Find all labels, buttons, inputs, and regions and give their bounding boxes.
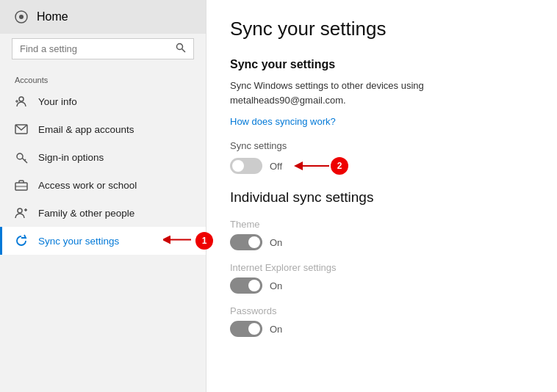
- sidebar-item-family[interactable]: Family & other people: [0, 199, 206, 227]
- passwords-toggle-status: On: [270, 324, 282, 335]
- individual-item-theme: Theme On: [230, 219, 533, 250]
- svg-point-1: [19, 15, 24, 19]
- annotation-badge-2: 2: [331, 157, 348, 175]
- sidebar-home[interactable]: Home: [0, 0, 206, 34]
- sidebar: Home Accounts Your info: [0, 0, 206, 392]
- sidebar-home-label: Home: [37, 10, 68, 23]
- toggle-knob: [232, 160, 244, 172]
- person-icon: [15, 95, 28, 108]
- passwords-toggle[interactable]: [230, 321, 262, 337]
- passwords-label: Passwords: [230, 305, 533, 316]
- theme-toggle-row: On: [230, 234, 533, 250]
- passwords-toggle-row: On: [230, 321, 533, 337]
- how-sync-link[interactable]: How does syncing work?: [230, 116, 336, 127]
- individual-section-title: Individual sync settings: [230, 189, 533, 206]
- individual-item-passwords: Passwords On: [230, 305, 533, 337]
- person-add-icon: [15, 206, 28, 219]
- home-icon: [15, 10, 28, 23]
- theme-label: Theme: [230, 219, 533, 230]
- sidebar-item-signin[interactable]: Sign-in options: [0, 143, 206, 171]
- individual-item-ie: Internet Explorer settings On: [230, 262, 533, 294]
- sidebar-item-label: Sync your settings: [38, 236, 119, 247]
- sync-settings-label: Sync settings: [230, 140, 533, 151]
- theme-toggle[interactable]: [230, 234, 262, 250]
- sync-icon: [15, 234, 28, 247]
- sync-toggle[interactable]: [230, 158, 262, 174]
- sync-toggle-status: Off: [270, 161, 282, 172]
- sidebar-item-label: Email & app accounts: [38, 124, 134, 135]
- sync-toggle-row: Off 2: [230, 157, 533, 175]
- sidebar-item-label: Sign-in options: [38, 152, 104, 163]
- annotation-arrow-1: [163, 233, 193, 249]
- main-content: Sync your settings Sync your settings Sy…: [206, 0, 557, 392]
- sidebar-item-sync[interactable]: Sync your settings 1: [0, 227, 206, 255]
- key-icon: [15, 150, 28, 164]
- search-box[interactable]: [12, 38, 194, 59]
- ie-toggle[interactable]: [230, 277, 262, 294]
- sidebar-item-label: Access work or school: [38, 180, 137, 191]
- svg-line-3: [182, 49, 186, 53]
- search-icon: [176, 43, 186, 55]
- briefcase-icon: [15, 178, 28, 192]
- search-input[interactable]: [20, 43, 170, 54]
- sidebar-item-label: Your info: [38, 96, 77, 107]
- ie-label: Internet Explorer settings: [230, 262, 533, 273]
- toggle-knob: [248, 280, 260, 291]
- ie-toggle-status: On: [270, 280, 282, 291]
- sidebar-item-email[interactable]: Email & app accounts: [0, 115, 206, 143]
- sidebar-item-work[interactable]: Access work or school: [0, 171, 206, 199]
- sidebar-item-label: Family & other people: [38, 208, 134, 219]
- sync-section-title: Sync your settings: [230, 58, 533, 71]
- svg-point-4: [19, 97, 24, 101]
- ie-toggle-row: On: [230, 277, 533, 294]
- email-icon: [15, 123, 28, 136]
- page-title: Sync your settings: [230, 18, 533, 40]
- svg-point-2: [177, 44, 183, 50]
- sidebar-category-accounts: Accounts: [0, 71, 206, 87]
- theme-toggle-status: On: [270, 237, 282, 248]
- toggle-knob: [248, 323, 260, 335]
- annotation-arrow-2: [294, 159, 331, 173]
- sidebar-item-your-info[interactable]: Your info: [0, 87, 206, 115]
- svg-point-13: [18, 208, 22, 213]
- toggle-knob: [248, 236, 260, 248]
- sync-description: Sync Windows settings to other devices u…: [230, 79, 533, 107]
- annotation-badge-1: 1: [195, 232, 213, 250]
